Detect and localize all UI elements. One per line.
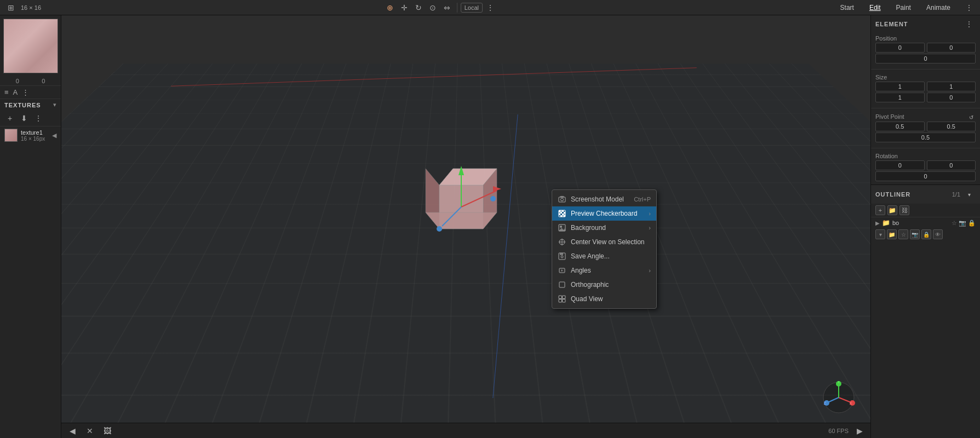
outliner-sub-btn-6[interactable]: 👁 bbox=[933, 229, 943, 239]
more-options-btn[interactable]: ⋮ bbox=[484, 1, 497, 14]
viewport-bottom-bar: ◀ ✕ 🖼 60 FPS ▶ bbox=[61, 423, 870, 438]
outliner-link-btn[interactable]: ⛓ bbox=[899, 205, 909, 215]
svg-point-31 bbox=[561, 241, 563, 243]
texture-coord-y: 0 bbox=[42, 78, 45, 84]
context-menu-item-orthographic[interactable]: Orthographic bbox=[552, 278, 656, 292]
outliner-item-name: bo bbox=[892, 220, 949, 226]
target-icon bbox=[558, 238, 566, 246]
svg-marker-9 bbox=[493, 186, 501, 192]
cursor-tool-btn[interactable]: ⊕ bbox=[383, 1, 397, 14]
rotation-x-input[interactable] bbox=[875, 160, 925, 170]
element-section-title: ELEMENT bbox=[875, 21, 908, 27]
pivot-z-input[interactable] bbox=[875, 132, 976, 142]
outliner-sub-btn-4[interactable]: 📷 bbox=[910, 229, 920, 239]
pivot-label: Pivot Point bbox=[875, 113, 904, 120]
panel-more-icon[interactable]: ⋮ bbox=[22, 88, 29, 96]
svg-rect-38 bbox=[560, 253, 563, 255]
coords-label: 16 × 16 bbox=[21, 4, 41, 11]
rotate-tool-btn[interactable]: ↻ bbox=[412, 1, 425, 14]
pivot-x-input[interactable] bbox=[875, 122, 925, 131]
svg-rect-25 bbox=[562, 214, 564, 215]
navigation-gizmo[interactable]: X Y Z bbox=[822, 381, 855, 414]
quad-view-label: Quad View bbox=[571, 295, 651, 303]
add-texture-btn[interactable]: + bbox=[4, 113, 15, 124]
film-icon bbox=[558, 266, 566, 275]
next-frame-btn[interactable]: ▶ bbox=[853, 424, 866, 437]
close-btn[interactable]: ✕ bbox=[83, 424, 96, 437]
context-menu-item-quad-view[interactable]: Quad View bbox=[552, 292, 656, 306]
svg-text:Y: Y bbox=[838, 381, 840, 384]
textures-more-btn[interactable]: ⋮ bbox=[33, 113, 44, 124]
texture-coords: 0 0 bbox=[0, 77, 61, 85]
import-texture-btn[interactable]: ⬇ bbox=[19, 113, 30, 124]
rotation-group: Rotation bbox=[871, 151, 980, 185]
context-menu-item-angles[interactable]: Angles › bbox=[552, 263, 656, 278]
outliner-sub-btn-5[interactable]: 🔒 bbox=[921, 229, 931, 239]
menu-paint[interactable]: Paint bbox=[893, 3, 914, 13]
outliner-sub-btn-3[interactable]: ☆ bbox=[898, 229, 908, 239]
render-btn[interactable]: 🖼 bbox=[101, 424, 114, 437]
outliner-chevron-btn[interactable]: ▾ bbox=[962, 188, 976, 201]
context-menu-item-background[interactable]: Background › bbox=[552, 221, 656, 235]
rotation-y-input[interactable] bbox=[927, 160, 976, 170]
texture-info: texture1 16 × 16px bbox=[21, 129, 49, 142]
rotation-z-input[interactable] bbox=[875, 171, 976, 181]
grid-icon[interactable]: ⊞ bbox=[4, 1, 18, 14]
viewport[interactable]: Screenshot Model Ctrl+P bbox=[61, 15, 870, 438]
menu-edit[interactable]: Edit bbox=[866, 3, 884, 13]
local-mode-label[interactable]: Local bbox=[461, 3, 483, 13]
prev-frame-btn[interactable]: ◀ bbox=[66, 424, 79, 437]
outliner-star-icon[interactable]: ☆ bbox=[952, 220, 957, 227]
textures-actions: + ⬇ ⋮ bbox=[0, 111, 61, 126]
save-icon bbox=[558, 252, 566, 261]
context-menu-item-center-view[interactable]: Center View on Selection bbox=[552, 235, 656, 249]
position-y-input[interactable] bbox=[927, 43, 976, 53]
center-view-label: Center View on Selection bbox=[571, 238, 651, 246]
svg-rect-41 bbox=[559, 282, 565, 287]
panel-more-btn[interactable]: ⋮ bbox=[962, 1, 976, 14]
square-outline-icon bbox=[558, 280, 566, 289]
texture-item-more[interactable]: ◀ bbox=[52, 132, 56, 139]
context-menu-item-preview-checkerboard[interactable]: Preview Checkerboard › bbox=[552, 206, 656, 221]
size-z-input[interactable] bbox=[875, 93, 925, 102]
svg-rect-20 bbox=[560, 212, 562, 214]
svg-rect-19 bbox=[559, 210, 560, 212]
texture-name: texture1 bbox=[21, 129, 49, 136]
position-x-input[interactable] bbox=[875, 43, 925, 53]
menu-animate[interactable]: Animate bbox=[923, 3, 954, 13]
pivot-group: Pivot Point ↺ bbox=[871, 111, 980, 146]
rotation-label: Rotation bbox=[875, 153, 976, 159]
element-more-btn[interactable]: ⋮ bbox=[962, 18, 976, 31]
textures-section-header: TEXTURES ▾ bbox=[0, 99, 61, 111]
fps-indicator: 60 FPS bbox=[828, 428, 849, 434]
camera-icon bbox=[558, 195, 566, 204]
outliner-add-btn[interactable]: + bbox=[875, 205, 885, 215]
position-row-z bbox=[875, 54, 976, 64]
background-label: Background bbox=[571, 224, 644, 232]
font-icon[interactable]: A bbox=[13, 88, 18, 96]
position-z-input[interactable] bbox=[875, 54, 976, 64]
outliner-sub-btn-1[interactable]: ▾ bbox=[875, 229, 885, 239]
context-menu-item-save-angle[interactable]: Save Angle... bbox=[552, 249, 656, 263]
outliner-lock-icon[interactable]: 🔒 bbox=[968, 220, 976, 227]
size-w-input[interactable] bbox=[927, 93, 976, 102]
pivot-reset-btn[interactable]: ↺ bbox=[967, 113, 976, 122]
layers-icon[interactable]: ≡ bbox=[4, 88, 9, 96]
outliner-folder-btn[interactable]: 📁 bbox=[887, 205, 897, 215]
menu-start[interactable]: Start bbox=[837, 3, 857, 13]
panel-icons-row: ≡ A ⋮ bbox=[0, 85, 61, 99]
outliner-sub-btn-2[interactable]: 📁 bbox=[887, 229, 897, 239]
texture-list-item[interactable]: texture1 16 × 16px ◀ bbox=[0, 126, 61, 144]
transform-tool-btn[interactable]: ⇔ bbox=[440, 1, 454, 14]
outliner-toolbar: + 📁 ⛓ bbox=[871, 204, 980, 217]
outliner-camera-icon[interactable]: 📷 bbox=[959, 220, 966, 227]
size-x-input[interactable] bbox=[875, 82, 925, 91]
toolbar-sep-1 bbox=[457, 3, 457, 13]
outliner-item-bo[interactable]: ▶ 📁 bo ☆ 📷 🔒 bbox=[871, 217, 980, 228]
size-y-input[interactable] bbox=[927, 82, 976, 91]
textures-chevron[interactable]: ▾ bbox=[53, 101, 56, 108]
pivot-y-input[interactable] bbox=[927, 122, 976, 131]
scale-tool-btn[interactable]: ⊙ bbox=[426, 1, 439, 14]
context-menu-item-screenshot[interactable]: Screenshot Model Ctrl+P bbox=[552, 192, 656, 206]
move-tool-btn[interactable]: ✛ bbox=[398, 1, 411, 14]
